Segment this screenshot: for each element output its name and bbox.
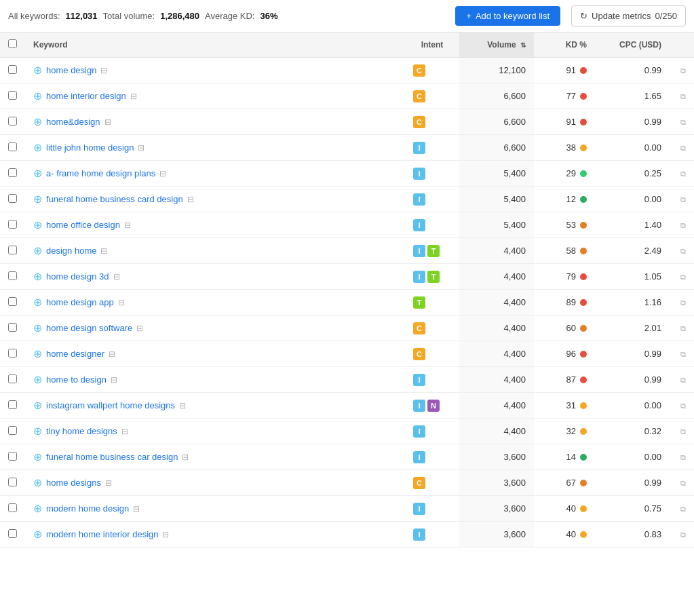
add-keyword-icon[interactable]: ⊕	[33, 528, 42, 541]
keyword-link[interactable]: funeral home business car design	[46, 452, 178, 462]
external-link-icon[interactable]: ⧉	[680, 66, 686, 75]
row-checkbox[interactable]	[8, 142, 17, 151]
serp-icon[interactable]: ⊟	[104, 117, 111, 127]
external-link-icon[interactable]: ⧉	[680, 273, 686, 281]
add-keyword-icon[interactable]: ⊕	[33, 90, 42, 102]
external-link-icon[interactable]: ⧉	[680, 479, 686, 487]
external-link-icon[interactable]: ⧉	[680, 247, 686, 255]
add-keyword-icon[interactable]: ⊕	[33, 502, 42, 515]
row-checkbox[interactable]	[8, 529, 17, 538]
add-keyword-icon[interactable]: ⊕	[33, 373, 42, 386]
serp-icon[interactable]: ⊟	[136, 324, 143, 333]
add-keyword-icon[interactable]: ⊕	[33, 244, 42, 257]
add-keyword-icon[interactable]: ⊕	[33, 167, 42, 180]
update-metrics-button[interactable]: ↻ Update metrics 0/250	[571, 5, 686, 26]
serp-icon[interactable]: ⊟	[130, 92, 137, 101]
serp-icon[interactable]: ⊟	[109, 349, 115, 359]
external-link-icon[interactable]: ⧉	[680, 376, 686, 384]
add-keyword-icon[interactable]: ⊕	[33, 141, 42, 154]
external-link-icon[interactable]: ⧉	[680, 221, 686, 229]
serp-icon[interactable]: ⊟	[159, 169, 166, 178]
row-checkbox[interactable]	[8, 65, 17, 74]
serp-icon[interactable]: ⊟	[179, 401, 186, 410]
external-link-icon[interactable]: ⧉	[680, 170, 686, 178]
add-keyword-icon[interactable]: ⊕	[33, 347, 42, 360]
keyword-link[interactable]: home designs	[46, 478, 101, 488]
serp-icon[interactable]: ⊟	[111, 375, 117, 385]
external-link-icon[interactable]: ⧉	[680, 505, 686, 513]
external-link-icon[interactable]: ⧉	[680, 453, 686, 461]
row-checkbox[interactable]	[8, 246, 17, 254]
serp-icon[interactable]: ⊟	[162, 530, 169, 539]
serp-icon[interactable]: ⊟	[100, 246, 107, 256]
keyword-link[interactable]: home interior design	[46, 91, 126, 101]
select-all-checkbox[interactable]	[8, 39, 17, 48]
add-to-keyword-list-button[interactable]: + Add to keyword list	[455, 6, 560, 26]
serp-icon[interactable]: ⊟	[187, 195, 194, 204]
serp-icon[interactable]: ⊟	[113, 272, 120, 282]
external-link-icon[interactable]: ⧉	[680, 299, 686, 307]
row-checkbox[interactable]	[8, 297, 17, 306]
row-checkbox[interactable]	[8, 91, 17, 100]
keyword-link[interactable]: instagram wallpert home designs	[46, 400, 175, 410]
keyword-link[interactable]: home design	[46, 65, 96, 75]
row-checkbox[interactable]	[8, 374, 17, 383]
add-keyword-icon[interactable]: ⊕	[33, 193, 42, 206]
keyword-link[interactable]: funeral home business card design	[46, 194, 183, 204]
external-link-icon[interactable]: ⧉	[680, 324, 686, 332]
external-link-icon[interactable]: ⧉	[680, 195, 686, 204]
add-keyword-icon[interactable]: ⊕	[33, 399, 42, 412]
keyword-link[interactable]: home&design	[46, 117, 100, 127]
row-checkbox[interactable]	[8, 478, 17, 486]
serp-icon[interactable]: ⊟	[133, 504, 140, 514]
serp-icon[interactable]: ⊟	[121, 427, 128, 436]
keyword-link[interactable]: tiny home designs	[46, 426, 117, 436]
row-checkbox[interactable]	[8, 503, 17, 512]
row-checkbox[interactable]	[8, 168, 17, 177]
keyword-link[interactable]: home designer	[46, 349, 104, 359]
add-keyword-icon[interactable]: ⊕	[33, 270, 42, 283]
keyword-link[interactable]: home design 3d	[46, 271, 109, 282]
row-checkbox[interactable]	[8, 220, 17, 229]
add-keyword-icon[interactable]: ⊕	[33, 450, 42, 463]
add-keyword-icon[interactable]: ⊕	[33, 322, 42, 334]
serp-icon[interactable]: ⊟	[118, 298, 125, 307]
external-link-icon[interactable]: ⧉	[680, 531, 686, 539]
select-all-checkbox-header[interactable]	[0, 33, 25, 58]
keyword-link[interactable]: home office design	[46, 220, 120, 230]
keyword-link[interactable]: little john home design	[46, 142, 134, 153]
serp-icon[interactable]: ⊟	[124, 220, 131, 230]
serp-icon[interactable]: ⊟	[105, 478, 112, 488]
external-link-icon[interactable]: ⧉	[680, 402, 686, 410]
add-keyword-icon[interactable]: ⊕	[33, 425, 42, 438]
add-keyword-icon[interactable]: ⊕	[33, 296, 42, 309]
external-link-icon[interactable]: ⧉	[680, 350, 686, 358]
keyword-link[interactable]: a- frame home design plans	[46, 168, 155, 178]
external-link-icon[interactable]: ⧉	[680, 92, 686, 100]
add-keyword-icon[interactable]: ⊕	[33, 476, 42, 489]
row-checkbox[interactable]	[8, 117, 17, 126]
keyword-link[interactable]: modern home interior design	[46, 529, 158, 539]
keyword-link[interactable]: design home	[46, 246, 96, 256]
row-checkbox[interactable]	[8, 426, 17, 435]
external-link-icon[interactable]: ⧉	[680, 427, 686, 436]
row-checkbox[interactable]	[8, 349, 17, 358]
keyword-link[interactable]: modern home design	[46, 503, 129, 514]
row-checkbox[interactable]	[8, 323, 17, 332]
row-checkbox[interactable]	[8, 194, 17, 203]
row-checkbox[interactable]	[8, 271, 17, 280]
volume-column-header[interactable]: Volume ⇅	[459, 33, 534, 58]
external-link-icon[interactable]: ⧉	[680, 118, 686, 126]
add-keyword-icon[interactable]: ⊕	[33, 115, 42, 128]
keyword-link[interactable]: home to design	[46, 374, 107, 385]
keyword-link[interactable]: home design app	[46, 297, 114, 307]
add-keyword-icon[interactable]: ⊕	[33, 218, 42, 231]
row-checkbox[interactable]	[8, 400, 17, 409]
external-link-icon[interactable]: ⧉	[680, 144, 686, 152]
serp-icon[interactable]: ⊟	[100, 66, 107, 75]
row-checkbox[interactable]	[8, 452, 17, 461]
serp-icon[interactable]: ⊟	[182, 453, 189, 462]
add-keyword-icon[interactable]: ⊕	[33, 64, 42, 77]
keyword-link[interactable]: home design software	[46, 323, 132, 333]
serp-icon[interactable]: ⊟	[138, 143, 144, 153]
